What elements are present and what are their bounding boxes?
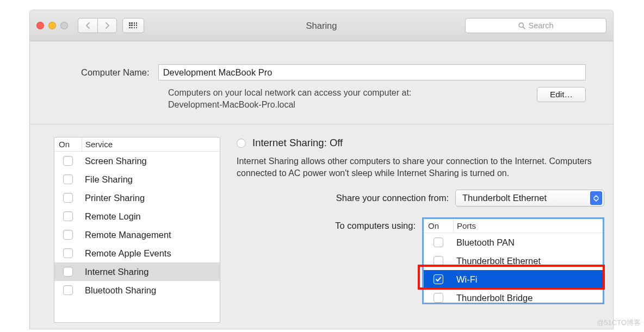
titlebar: Sharing Search <box>30 10 613 41</box>
preferences-window: Sharing Search Computer Name: Computers … <box>29 10 614 329</box>
port-row[interactable]: Thunderbolt Bridge <box>424 289 603 304</box>
ports-list[interactable]: On Ports Bluetooth PANThunderbolt Ethern… <box>422 217 604 304</box>
minimize-window-button[interactable] <box>48 22 56 29</box>
ports-col-on: On <box>424 219 453 233</box>
share-from-popup[interactable]: Thunderbolt Ethernet <box>455 190 604 206</box>
chevron-right-icon <box>104 22 110 29</box>
service-name: File Sharing <box>82 174 133 185</box>
search-field[interactable]: Search <box>465 18 606 33</box>
share-from-value: Thunderbolt Ethernet <box>462 193 590 203</box>
chevron-left-icon <box>85 22 91 29</box>
port-name: Wi-Fi <box>453 274 477 285</box>
search-placeholder: Search <box>529 21 554 30</box>
computer-name-row: Computer Name: <box>81 64 586 80</box>
service-checkbox[interactable] <box>63 174 73 184</box>
service-row[interactable]: Screen Sharing <box>54 152 220 170</box>
service-name: Internet Sharing <box>82 267 148 277</box>
service-row[interactable]: Bluetooth Sharing <box>54 281 220 299</box>
services-col-service: Service <box>82 137 220 151</box>
close-window-button[interactable] <box>36 22 44 29</box>
computer-name-info-row: Computers on your local network can acce… <box>168 87 586 110</box>
ports-col-name: Ports <box>453 219 603 233</box>
service-name: Remote Management <box>82 230 171 240</box>
service-checkbox[interactable] <box>63 156 73 166</box>
service-row[interactable]: Remote Login <box>54 207 220 225</box>
share-from-label: Share your connection from: <box>336 193 449 203</box>
grid-icon <box>129 22 138 29</box>
computer-name-info: Computers on your local network can acce… <box>168 87 537 110</box>
computer-name-input[interactable] <box>158 64 586 80</box>
ports-container: On Ports Bluetooth PANThunderbolt Ethern… <box>422 217 604 304</box>
service-name: Remote Apple Events <box>82 248 171 259</box>
port-name: Thunderbolt Bridge <box>453 293 532 303</box>
service-row[interactable]: Remote Management <box>54 225 220 244</box>
status-title: Internet Sharing: Off <box>252 137 343 149</box>
status-description: Internet Sharing allows other computers … <box>237 155 604 179</box>
port-name: Thunderbolt Ethernet <box>453 256 541 266</box>
port-checkbox[interactable] <box>434 237 443 247</box>
services-list[interactable]: On Service Screen SharingFile SharingPri… <box>54 137 220 323</box>
nav-buttons <box>78 18 117 33</box>
content: Computer Name: Computers on your local n… <box>30 41 613 329</box>
back-button[interactable] <box>78 18 97 33</box>
computer-name-label: Computer Name: <box>81 67 150 78</box>
popup-stepper-icon <box>590 191 602 205</box>
port-row[interactable]: Bluetooth PAN <box>424 233 603 252</box>
divider <box>30 124 613 124</box>
service-row[interactable]: Remote Apple Events <box>54 244 220 262</box>
service-checkbox[interactable] <box>63 211 73 221</box>
svg-line-1 <box>523 27 525 29</box>
port-checkbox[interactable] <box>434 274 443 284</box>
share-from-row: Share your connection from: Thunderbolt … <box>237 190 604 206</box>
service-name: Remote Login <box>82 211 141 222</box>
port-checkbox[interactable] <box>434 293 443 303</box>
service-checkbox[interactable] <box>63 267 73 277</box>
service-row[interactable]: Internet Sharing <box>54 262 220 281</box>
port-name: Bluetooth PAN <box>453 237 515 248</box>
service-row[interactable]: Printer Sharing <box>54 189 220 207</box>
port-row[interactable]: Wi-Fi <box>424 270 603 289</box>
service-row[interactable]: File Sharing <box>54 170 220 189</box>
service-name: Bluetooth Sharing <box>82 285 156 296</box>
services-header: On Service <box>54 137 220 152</box>
port-checkbox[interactable] <box>434 256 443 266</box>
forward-button[interactable] <box>97 18 117 33</box>
service-name: Screen Sharing <box>82 156 147 166</box>
edit-button[interactable]: Edit… <box>537 87 586 102</box>
services-col-on: On <box>54 137 82 151</box>
service-checkbox[interactable] <box>63 285 73 295</box>
to-computers-row: To computers using: On Ports Bluetooth P… <box>237 217 604 304</box>
port-row[interactable]: Thunderbolt Ethernet <box>424 252 603 270</box>
to-computers-label: To computers using: <box>335 221 416 231</box>
service-checkbox[interactable] <box>63 248 73 258</box>
service-name: Printer Sharing <box>82 193 145 203</box>
zoom-window-button[interactable] <box>60 22 68 29</box>
show-all-button[interactable] <box>122 18 144 33</box>
service-detail: Internet Sharing: Off Internet Sharing a… <box>237 137 604 304</box>
status-row: Internet Sharing: Off <box>237 137 604 149</box>
window-controls <box>36 22 68 29</box>
watermark: @51CTO博客 <box>597 318 641 328</box>
service-checkbox[interactable] <box>63 230 73 240</box>
ports-header: On Ports <box>424 219 603 233</box>
search-icon <box>518 22 525 29</box>
status-indicator <box>237 139 246 148</box>
service-checkbox[interactable] <box>63 193 73 203</box>
